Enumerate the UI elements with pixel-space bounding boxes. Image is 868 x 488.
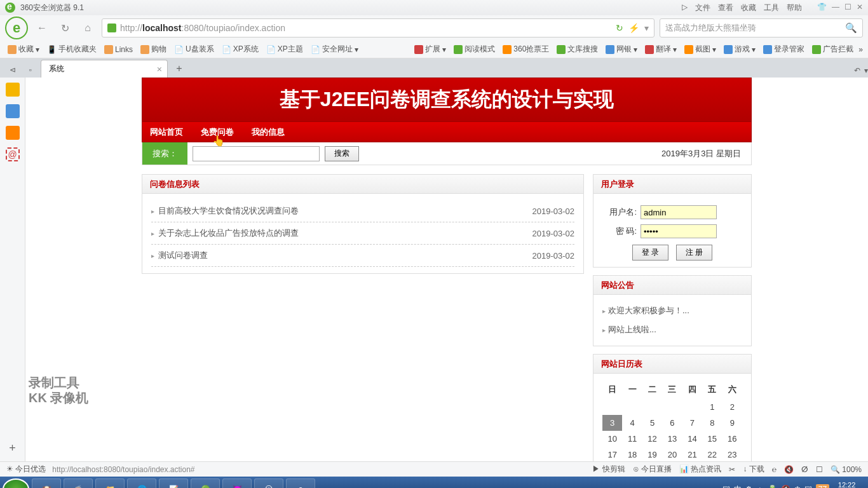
bookmark-item[interactable]: 📄XP主题 xyxy=(264,44,306,55)
tray-icon[interactable]: ▲ xyxy=(756,485,764,488)
calendar-day[interactable]: 5 xyxy=(642,415,662,431)
bookmark-item[interactable]: 📄XP系统 xyxy=(219,44,261,55)
tab-list-icon[interactable]: ▫ xyxy=(23,62,38,78)
ticket-button[interactable]: 360抢票王 xyxy=(500,44,552,55)
calendar-day[interactable] xyxy=(622,399,642,415)
login-mgr-button[interactable]: 登录管家 xyxy=(761,44,807,55)
reload-button[interactable]: ↻ xyxy=(56,19,74,37)
translate-button[interactable]: 翻译 ▾ xyxy=(642,44,679,55)
game-button[interactable]: 游戏 ▾ xyxy=(721,44,758,55)
close-icon[interactable]: ✕ xyxy=(857,3,863,13)
status-icon[interactable]: ↓ 下载 xyxy=(743,464,764,475)
calendar-day[interactable]: 10 xyxy=(602,431,622,447)
browser-main-logo-icon[interactable]: e xyxy=(5,17,28,39)
tray-icon[interactable]: 🔇 xyxy=(781,485,790,488)
zoom-level[interactable]: 🔍 100% xyxy=(831,465,862,474)
skip-icon[interactable]: ▷ xyxy=(682,3,688,13)
calendar-day[interactable]: 6 xyxy=(662,415,682,431)
calendar-day[interactable]: 19 xyxy=(642,447,662,461)
sidebar-at-icon[interactable]: @ xyxy=(6,147,20,161)
wenku-button[interactable]: 文库搜搜 xyxy=(554,44,600,55)
browser-tab[interactable]: 系统 × xyxy=(41,60,168,78)
tray-icon[interactable]: ❄ xyxy=(794,485,801,488)
calendar-day[interactable]: 9 xyxy=(722,415,742,431)
calendar-day[interactable]: 17 xyxy=(602,447,622,461)
calendar-day[interactable]: 20 xyxy=(662,447,682,461)
bookmark-item[interactable]: Links xyxy=(102,45,135,54)
calendar-day[interactable]: 18 xyxy=(622,447,642,461)
calendar-day[interactable]: 16 xyxy=(722,431,742,447)
calendar-day[interactable]: 21 xyxy=(682,447,702,461)
calendar-day[interactable]: 14 xyxy=(682,431,702,447)
calendar-day[interactable] xyxy=(682,399,702,415)
home-button[interactable]: ⌂ xyxy=(79,19,97,37)
tab-history-icon[interactable]: ⊲ xyxy=(5,62,20,78)
bank-button[interactable]: 网银 ▾ xyxy=(603,44,640,55)
calendar-day[interactable]: 7 xyxy=(682,415,702,431)
login-button[interactable]: 登 录 xyxy=(632,245,668,261)
calendar-day[interactable]: 4 xyxy=(622,415,642,431)
password-input[interactable] xyxy=(641,224,717,238)
tray-icon[interactable]: ⚙ xyxy=(745,485,752,488)
register-button[interactable]: 注 册 xyxy=(676,245,712,261)
address-bar[interactable]: http://localhost:8080/toupiao/index.acti… xyxy=(102,18,654,37)
taskbar-app[interactable]: 🟢 xyxy=(191,478,220,488)
menu-fav[interactable]: 收藏 xyxy=(741,3,756,13)
survey-item[interactable]: 测试问卷调查2019-03-02 xyxy=(151,245,574,267)
status-icon[interactable]: ☐ xyxy=(816,465,823,474)
taskbar-app[interactable]: 🌐 xyxy=(127,478,156,488)
browser-search-input[interactable]: 送高战力绝版大熊猫坐骑 🔍 xyxy=(660,18,863,37)
tab-close-icon[interactable]: × xyxy=(157,64,162,74)
tray-icon[interactable]: 🛡 xyxy=(722,485,730,488)
menu-help[interactable]: 帮助 xyxy=(787,3,802,13)
minimize-icon[interactable]: — xyxy=(832,3,839,13)
taskbar-app[interactable]: 📁 xyxy=(95,478,125,488)
menu-tools[interactable]: 工具 xyxy=(764,3,779,13)
tray-clock[interactable]: 12:222019/3/3 xyxy=(833,481,860,488)
calendar-day[interactable]: 3 xyxy=(602,415,622,431)
tab-menu-icon[interactable]: ▾ xyxy=(864,66,868,75)
calendar-day[interactable] xyxy=(642,399,662,415)
taskbar-app[interactable]: Ⓦ xyxy=(254,478,283,488)
skin-icon[interactable]: 👕 xyxy=(817,3,827,13)
sidebar-weibo-icon[interactable] xyxy=(6,126,20,140)
page-search-input[interactable] xyxy=(193,146,320,161)
bookmark-item[interactable]: 购物 xyxy=(138,44,169,55)
status-icon[interactable]: 🔇 xyxy=(784,465,794,474)
taskbar-app[interactable]: 😈 xyxy=(222,478,252,488)
undo-tab-icon[interactable]: ↶ xyxy=(854,66,860,75)
page-search-button[interactable]: 搜索 xyxy=(325,146,359,161)
flash-icon[interactable]: ⚡ xyxy=(628,23,639,33)
back-button[interactable]: ← xyxy=(33,19,51,37)
screenshot-button[interactable]: 截图 ▾ xyxy=(682,44,719,55)
calendar-day[interactable] xyxy=(662,399,682,415)
ext-button[interactable]: 扩展 ▾ xyxy=(412,44,449,55)
nav-myinfo[interactable]: 我的信息 xyxy=(252,126,285,138)
survey-item[interactable]: 目前高校大学生饮食情况状况调查问卷2019-03-02 xyxy=(151,200,574,222)
bookmark-fav[interactable]: 收藏 ▾ xyxy=(5,44,42,55)
refresh-icon[interactable]: ↻ xyxy=(616,23,623,33)
menu-view[interactable]: 查看 xyxy=(718,3,733,13)
calendar-day[interactable]: 1 xyxy=(702,399,722,415)
tray-icon[interactable]: 🛡 xyxy=(804,485,812,488)
tray-icon[interactable]: 中 xyxy=(734,484,742,489)
status-icon[interactable]: ✂ xyxy=(729,465,735,474)
bookmark-item[interactable]: 📄U盘装系 xyxy=(172,44,217,55)
tray-icon[interactable]: 🔋 xyxy=(768,485,777,488)
nav-home[interactable]: 网站首页 xyxy=(150,126,183,138)
taskbar-app[interactable]: 🐶 xyxy=(32,478,61,488)
status-item[interactable]: ▶ 快剪辑 xyxy=(592,464,625,475)
sidebar-doc-icon[interactable] xyxy=(6,104,20,118)
calendar-day[interactable]: 8 xyxy=(702,415,722,431)
calendar-day[interactable]: 22 xyxy=(702,447,722,461)
status-item[interactable]: 📊 热点资讯 xyxy=(679,464,721,475)
maximize-icon[interactable]: ☐ xyxy=(844,3,851,13)
username-input[interactable] xyxy=(641,205,717,219)
search-icon[interactable]: 🔍 xyxy=(845,22,857,34)
status-item[interactable]: ⊙ 今日直播 xyxy=(633,464,672,475)
calendar-day[interactable]: 15 xyxy=(702,431,722,447)
taskbar-app[interactable]: e xyxy=(286,478,315,488)
calendar-day[interactable]: 12 xyxy=(642,431,662,447)
sidebar-star-icon[interactable] xyxy=(6,83,20,97)
adblock-button[interactable]: 广告拦截 xyxy=(810,44,856,55)
